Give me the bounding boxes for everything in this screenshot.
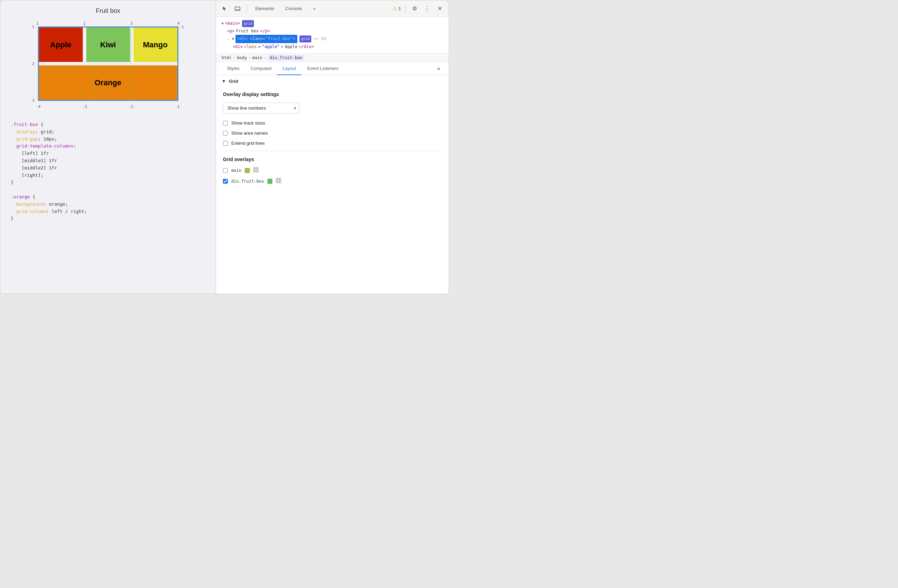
css-code: .fruit-box { display: grid; grid-gap: 10…: [11, 118, 205, 226]
breadcrumb-div-fruit-box[interactable]: div.fruit-box: [268, 55, 304, 60]
svg-rect-5: [254, 167, 258, 172]
tab-console[interactable]: Console: [281, 4, 306, 13]
grid-cell-orange: Orange: [39, 65, 177, 100]
grid-badge-selected[interactable]: grid: [300, 35, 311, 42]
topbar-divider2: [405, 5, 406, 13]
section-divider: [223, 151, 442, 151]
checkbox-extend-grid-lines: Extend grid lines: [223, 140, 442, 146]
close-button[interactable]: ✕: [435, 4, 444, 14]
overlay-main-checkbox[interactable]: [223, 168, 228, 173]
cursor-tool-button[interactable]: [220, 4, 230, 14]
checkbox-show-track-sizes: Show track sizes: [223, 120, 442, 126]
overlay-fruit-box-grid-icon[interactable]: [276, 178, 281, 185]
overlay-main-color: [245, 168, 250, 173]
show-track-sizes-label: Show track sizes: [231, 120, 265, 126]
panel-tabs-more[interactable]: »: [434, 63, 443, 74]
devtools-topbar: Elements Console » ⚠ 1 ⚙ ⋮ ✕: [216, 0, 449, 17]
menu-button[interactable]: ⋮: [422, 4, 432, 14]
grid-number-right: -1: [180, 25, 184, 29]
dollar-sign: == $0: [314, 35, 326, 43]
grid-cell-kiwi: Kiwi: [86, 28, 130, 62]
grid-numbers-left: 1 2 3: [32, 25, 34, 102]
left-panel: Fruit box 1 2 3 4 1 2 3 -1 -4: [0, 0, 216, 294]
page-title: Fruit box: [95, 7, 120, 15]
overlay-row-main: main: [223, 167, 442, 174]
extend-grid-lines-checkbox[interactable]: [223, 141, 228, 146]
grid-section-content: Overlay display settings Show line numbe…: [216, 87, 449, 193]
tab-event-listeners[interactable]: Event Listeners: [301, 62, 344, 75]
fruit-grid: Apple Kiwi Mango Orange: [38, 26, 178, 101]
overlay-main-grid-icon[interactable]: [253, 167, 259, 174]
grid-numbers-bottom: -4 -3 -2 -1: [37, 105, 180, 109]
overlay-fruit-box-color: [268, 179, 272, 184]
breadcrumb-html[interactable]: html: [221, 55, 232, 60]
dom-line-apple[interactable]: <div class="apple">Apple</div>: [221, 43, 443, 51]
grid-section-header[interactable]: ▼ Grid: [216, 75, 449, 87]
show-line-numbers-dropdown-wrapper: Show line numbers Show track sizes Show …: [223, 103, 300, 114]
overlay-display-settings-title: Overlay display settings: [223, 91, 442, 97]
extend-grid-lines-label: Extend grid lines: [231, 140, 264, 146]
overlay-display-select[interactable]: Show line numbers Show track sizes Show …: [223, 103, 300, 114]
grid-numbers-top: 1 2 3 4: [37, 22, 180, 25]
device-toggle-button[interactable]: [233, 4, 242, 14]
grid-cell-apple: Apple: [39, 28, 83, 62]
tab-layout[interactable]: Layout: [277, 62, 301, 75]
svg-rect-10: [276, 178, 281, 183]
overlay-fruit-box-name: div.fruit-box: [231, 179, 264, 184]
overlay-fruit-box-checkbox[interactable]: [223, 179, 228, 184]
tab-styles[interactable]: Styles: [221, 62, 245, 75]
dom-line-p[interactable]: <p>Fruit box</p>: [221, 28, 443, 35]
grid-cell-mango: Mango: [134, 28, 177, 62]
warning-count: 1: [398, 6, 401, 11]
settings-button[interactable]: ⚙: [410, 4, 420, 14]
selected-dom-element: <div class="fruit-box">: [235, 35, 297, 43]
show-track-sizes-checkbox[interactable]: [223, 121, 228, 126]
grid-badge[interactable]: grid: [242, 20, 254, 27]
dom-line-selected[interactable]: … ▼ <div class="fruit-box"> grid == $0: [221, 35, 443, 43]
layout-panel-content: ▼ Grid Overlay display settings Show lin…: [216, 75, 449, 294]
dom-line-main[interactable]: ▼ <main> grid: [221, 20, 443, 28]
breadcrumb: html › body › main › div.fruit-box: [216, 54, 449, 62]
tab-more[interactable]: »: [309, 4, 320, 13]
grid-triangle-icon: ▼: [221, 79, 226, 84]
devtools-panel: Elements Console » ⚠ 1 ⚙ ⋮ ✕ ▼ <main> gr…: [216, 0, 449, 294]
grid-overlays-title: Grid overlays: [223, 157, 442, 162]
checkbox-show-area-names: Show area names: [223, 131, 442, 136]
breadcrumb-body[interactable]: body: [237, 55, 247, 60]
overlay-main-name: main: [231, 168, 241, 173]
dom-tree: ▼ <main> grid <p>Fruit box</p> … ▼ <div …: [216, 17, 449, 54]
warning-indicator[interactable]: ⚠ 1: [392, 5, 401, 12]
panel-tabs: Styles Computed Layout Event Listeners »: [216, 62, 449, 75]
show-area-names-checkbox[interactable]: [223, 131, 228, 136]
tab-computed[interactable]: Computed: [245, 62, 277, 75]
tab-elements[interactable]: Elements: [251, 4, 278, 13]
show-area-names-label: Show area names: [231, 131, 268, 136]
grid-preview: 1 2 3 4 1 2 3 -1 -4 -3 -2 -1: [32, 20, 185, 111]
breadcrumb-main[interactable]: main: [252, 55, 262, 60]
grid-section-title: Grid: [229, 79, 238, 84]
warning-icon: ⚠: [392, 5, 397, 12]
overlay-row-fruit-box: div.fruit-box: [223, 178, 442, 185]
